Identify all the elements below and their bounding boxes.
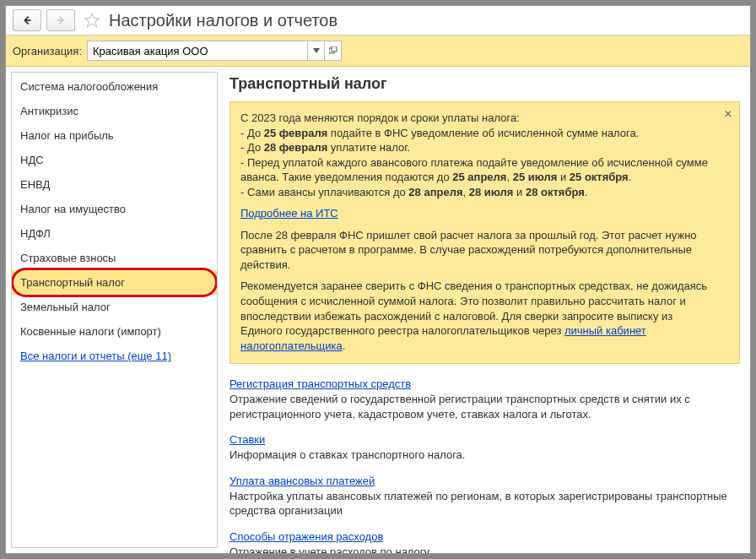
- notice-text: .: [585, 186, 588, 198]
- notice-date: 25 июля: [513, 171, 558, 183]
- org-open-button[interactable]: [324, 41, 341, 60]
- back-button[interactable]: [13, 9, 41, 31]
- notice-text: подайте в ФНС уведомление об исчисленной…: [327, 127, 639, 139]
- page-title: Настройки налогов и отчетов: [109, 11, 338, 30]
- notice-date: 25 октября: [570, 171, 629, 183]
- notice-para2: После 28 февраля ФНС пришлет свой расчет…: [240, 228, 716, 273]
- sidebar-item-anticrisis[interactable]: Антикризис: [12, 99, 217, 123]
- sidebar-item-property-tax[interactable]: Налог на имущество: [12, 197, 217, 221]
- sidebar-item-profit-tax[interactable]: Налог на прибыль: [12, 123, 217, 148]
- svg-marker-3: [313, 48, 320, 53]
- sidebar-item-transport-tax[interactable]: Транспортный налог: [12, 270, 217, 295]
- notice-date: 28 октября: [526, 186, 585, 198]
- link-rates[interactable]: Ставки: [230, 433, 265, 446]
- svg-marker-2: [85, 14, 100, 27]
- sidebar-item-label: Транспортный налог: [20, 276, 125, 289]
- notice-date: 28 апреля: [408, 186, 462, 198]
- sidebar-item-tax-system[interactable]: Система налогообложения: [12, 74, 217, 99]
- org-label: Организация:: [13, 45, 82, 57]
- notice-text: .: [343, 339, 346, 352]
- svg-rect-5: [332, 46, 337, 52]
- notice-text: ,: [463, 186, 469, 198]
- notice-date: 28 февраля: [264, 141, 328, 154]
- link-registration[interactable]: Регистрация транспортных средств: [230, 377, 411, 390]
- favorite-star-icon[interactable]: [84, 12, 100, 29]
- notice-text: - Сами авансы уплачиваются до: [240, 186, 408, 198]
- notice-text: ,: [506, 171, 512, 183]
- notice-text: уплатите налог.: [327, 141, 410, 154]
- org-input[interactable]: [88, 41, 307, 60]
- desc-registration: Отражение сведений о государственной рег…: [230, 392, 740, 421]
- notice-date: 25 февраля: [264, 127, 328, 139]
- notice-text: и: [557, 171, 570, 183]
- sidebar-item-indirect-taxes[interactable]: Косвенные налоги (импорт): [12, 319, 217, 344]
- main-heading: Транспортный налог: [230, 75, 740, 93]
- forward-button[interactable]: [46, 9, 75, 31]
- desc-advance-payments: Настройка уплаты авансовых платежей по р…: [230, 489, 740, 518]
- sidebar-item-nds[interactable]: НДС: [12, 148, 217, 172]
- notice-text: .: [629, 171, 632, 183]
- notice-line1: С 2023 года меняются порядок и сроки упл…: [240, 111, 520, 124]
- notice-text: и: [513, 186, 526, 198]
- notice-text: - До: [240, 127, 264, 139]
- org-field[interactable]: [87, 41, 342, 61]
- main-content: Транспортный налог ✕ С 2023 года меняютс…: [218, 67, 750, 553]
- sidebar-all-taxes-link[interactable]: Все налоги и отчеты (еще 11): [12, 344, 217, 368]
- notice-close-icon[interactable]: ✕: [724, 107, 732, 121]
- org-dropdown-button[interactable]: [307, 41, 324, 60]
- desc-rates: Информация о ставках транспортного налог…: [230, 448, 740, 463]
- link-expense-methods[interactable]: Способы отражения расходов: [230, 530, 383, 543]
- sidebar-item-insurance[interactable]: Страховые взносы: [12, 246, 217, 270]
- notice-box: ✕ С 2023 года меняются порядок и сроки у…: [230, 101, 740, 364]
- link-advance-payments[interactable]: Уплата авансовых платежей: [230, 475, 375, 487]
- sidebar-item-land-tax[interactable]: Земельный налог: [12, 295, 217, 319]
- notice-date: 25 апреля: [452, 171, 506, 183]
- sidebar: Система налогообложения Антикризис Налог…: [11, 72, 218, 548]
- notice-date: 28 июля: [469, 186, 514, 198]
- desc-expense-methods: Отражение в учете расходов по налогу.: [230, 545, 740, 553]
- sidebar-item-envd[interactable]: ЕНВД: [12, 172, 217, 197]
- sidebar-item-ndfl[interactable]: НДФЛ: [12, 221, 217, 246]
- notice-text: - До: [240, 141, 264, 154]
- notice-more-link[interactable]: Подробнее на ИТС: [240, 207, 338, 220]
